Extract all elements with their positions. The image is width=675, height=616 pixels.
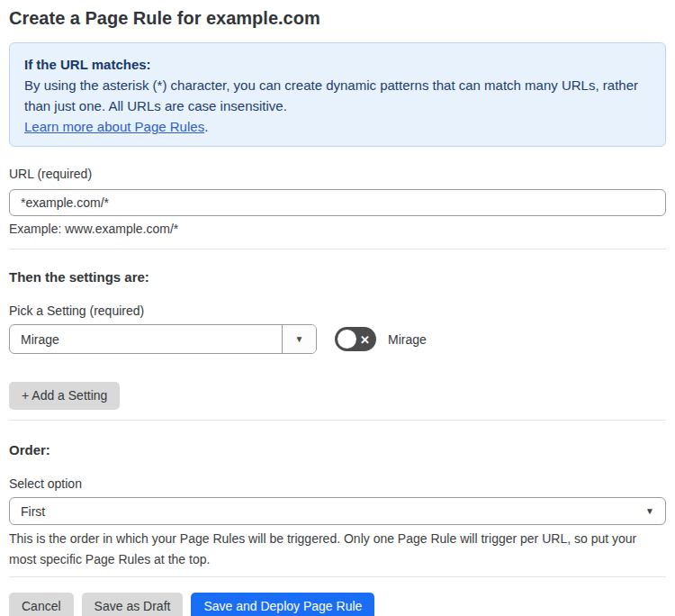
setting-picker-dropdown[interactable]: Mirage ▼ [9,324,317,354]
caret-down-icon[interactable]: ▼ [282,325,316,353]
caret-down-icon: ▼ [645,506,654,516]
order-select-label: Select option [9,476,666,492]
mirage-toggle[interactable]: ✕ [335,327,376,351]
link-suffix: . [204,119,208,134]
page-rule-form: Create a Page Rule for example.com If th… [0,0,675,616]
toggle-label: Mirage [388,332,427,347]
info-box-body: By using the asterisk (*) character, you… [24,75,651,116]
add-setting-button[interactable]: + Add a Setting [9,382,120,410]
url-input[interactable] [9,189,666,216]
url-field-label: URL (required) [9,167,666,182]
toggle-knob [338,330,356,349]
divider [9,420,666,421]
order-section-heading: Order: [9,442,666,458]
save-draft-button[interactable]: Save as Draft [82,593,184,616]
order-select[interactable]: First ▼ [9,497,666,525]
save-deploy-button[interactable]: Save and Deploy Page Rule [191,593,374,616]
url-match-info-box: If the URL matches: By using the asteris… [9,42,666,147]
setting-picker-value: Mirage [10,325,282,353]
footer-buttons: Cancel Save as Draft Save and Deploy Pag… [9,593,666,616]
settings-section-heading: Then the settings are: [9,269,666,285]
setting-picker-label: Pick a Setting (required) [9,303,666,319]
toggle-x-icon: ✕ [360,333,370,345]
info-box-link-line: Learn more about Page Rules. [24,116,651,137]
cancel-button[interactable]: Cancel [9,593,74,616]
learn-more-link[interactable]: Learn more about Page Rules [24,119,204,134]
url-field-helper: Example: www.example.com/* [9,222,666,237]
order-select-value: First [21,504,45,519]
page-title: Create a Page Rule for example.com [9,7,666,29]
info-box-heading: If the URL matches: [24,54,651,75]
divider [9,249,666,249]
divider [9,576,666,577]
setting-row: Mirage ▼ ✕ Mirage [9,324,666,354]
order-helper-text: This is the order in which your Page Rul… [9,529,666,570]
